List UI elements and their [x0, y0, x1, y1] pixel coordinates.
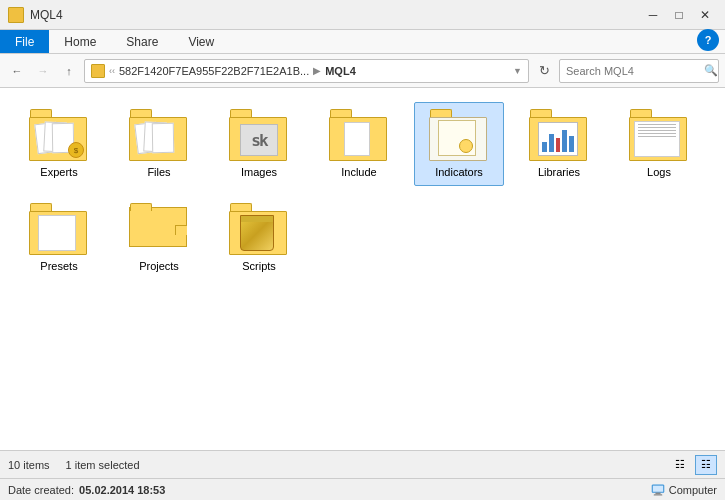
svg-rect-1	[655, 492, 660, 494]
view-list-button[interactable]: ☷	[669, 455, 691, 475]
folder-item-libraries[interactable]: Libraries	[514, 102, 604, 186]
forward-button[interactable]: →	[32, 60, 54, 82]
close-button[interactable]: ✕	[693, 4, 717, 26]
svg-rect-2	[653, 494, 662, 495]
folder-icon-indicators	[429, 109, 489, 161]
title-bar-left: MQL4	[8, 7, 63, 23]
search-input[interactable]	[566, 65, 704, 77]
tab-view[interactable]: View	[173, 30, 229, 53]
folder-label-projects: Projects	[139, 259, 179, 273]
computer-icon	[651, 484, 665, 496]
main-area: $ Experts Files	[0, 88, 725, 450]
folder-icon-projects	[129, 203, 189, 255]
folder-label-images: Images	[241, 165, 277, 179]
item-count: 10 items	[8, 459, 50, 471]
folder-icon-scripts	[229, 203, 289, 255]
path-arrow: ▶	[313, 65, 321, 76]
maximize-button[interactable]: □	[667, 4, 691, 26]
folder-label-experts: Experts	[40, 165, 77, 179]
title-bar: MQL4 ─ □ ✕	[0, 0, 725, 30]
folder-label-indicators: Indicators	[435, 165, 483, 179]
folder-grid: $ Experts Files	[10, 98, 715, 285]
folder-item-logs[interactable]: Logs	[614, 102, 704, 186]
path-end: MQL4	[325, 65, 356, 77]
date-label: Date created:	[8, 484, 74, 496]
folder-label-libraries: Libraries	[538, 165, 580, 179]
path-dropdown-icon: ▼	[513, 66, 522, 76]
folder-item-projects[interactable]: Projects	[114, 196, 204, 280]
selected-count: 1 item selected	[66, 459, 140, 471]
folder-icon-presets	[29, 203, 89, 255]
folder-item-images[interactable]: sk Images	[214, 102, 304, 186]
title-bar-folder-icon	[8, 7, 24, 23]
title-bar-title: MQL4	[30, 8, 63, 22]
ribbon-tabs: File Home Share View ?	[0, 30, 725, 54]
folder-item-presets[interactable]: Presets	[14, 196, 104, 280]
folder-label-logs: Logs	[647, 165, 671, 179]
folder-icon-images: sk	[229, 109, 289, 161]
folder-icon-files	[129, 109, 189, 161]
back-button[interactable]: ←	[6, 60, 28, 82]
folder-icon-experts: $	[29, 109, 89, 161]
refresh-button[interactable]: ↻	[533, 60, 555, 82]
computer-label: Computer	[669, 484, 717, 496]
computer-info: Computer	[651, 484, 717, 496]
help-button[interactable]: ?	[697, 29, 719, 51]
address-path[interactable]: ‹‹ 582F1420F7EA955F22B2F71E2A1B... ▶ MQL…	[84, 59, 529, 83]
tab-home[interactable]: Home	[49, 30, 111, 53]
date-info: Date created: 05.02.2014 18:53	[8, 484, 165, 496]
tab-file[interactable]: File	[0, 30, 49, 53]
search-icon: 🔍	[704, 64, 718, 77]
folder-item-indicators[interactable]: Indicators	[414, 102, 504, 186]
path-short: 582F1420F7EA955F22B2F71E2A1B...	[119, 65, 309, 77]
folder-label-include: Include	[341, 165, 376, 179]
status-left: 10 items 1 item selected	[8, 459, 140, 471]
folder-label-presets: Presets	[40, 259, 77, 273]
address-bar: ← → ↑ ‹‹ 582F1420F7EA955F22B2F71E2A1B...…	[0, 54, 725, 88]
view-large-icons-button[interactable]: ☷	[695, 455, 717, 475]
folder-item-experts[interactable]: $ Experts	[14, 102, 104, 186]
tab-share[interactable]: Share	[111, 30, 173, 53]
search-box[interactable]: 🔍	[559, 59, 719, 83]
path-chevron: ‹‹	[109, 66, 115, 76]
info-bar: Date created: 05.02.2014 18:53 Computer	[0, 478, 725, 500]
minimize-button[interactable]: ─	[641, 4, 665, 26]
folder-item-scripts[interactable]: Scripts	[214, 196, 304, 280]
view-controls: ☷ ☷	[669, 455, 717, 475]
date-value: 05.02.2014 18:53	[79, 484, 165, 496]
svg-rect-3	[653, 485, 663, 491]
folder-item-include[interactable]: Include	[314, 102, 404, 186]
path-folder-icon	[91, 64, 105, 78]
folder-icon-include	[329, 109, 389, 161]
folder-icon-logs	[629, 109, 689, 161]
title-bar-controls: ─ □ ✕	[641, 4, 717, 26]
folder-icon-libraries	[529, 109, 589, 161]
status-bar: 10 items 1 item selected ☷ ☷	[0, 450, 725, 478]
folder-label-files: Files	[147, 165, 170, 179]
folder-label-scripts: Scripts	[242, 259, 276, 273]
folder-item-files[interactable]: Files	[114, 102, 204, 186]
up-button[interactable]: ↑	[58, 60, 80, 82]
